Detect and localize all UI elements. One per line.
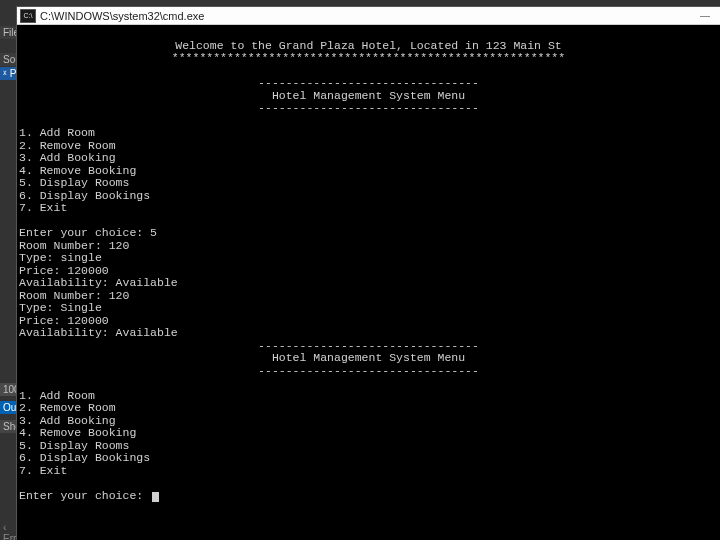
menu-divider-bottom: -------------------------------- (19, 365, 718, 378)
room-type: Type: single (19, 251, 102, 264)
menu-item: 2. Remove Room (19, 139, 116, 152)
menu-item: 1. Add Room (19, 126, 95, 139)
cmd-window: C:\ C:\WINDOWS\system32\cmd.exe — Welcom… (16, 6, 720, 540)
menu-item: 4. Remove Booking (19, 164, 136, 177)
menu-item: 4. Remove Booking (19, 426, 136, 439)
menu-item: 3. Add Booking (19, 151, 116, 164)
menu-item: 3. Add Booking (19, 414, 116, 427)
menu-item: 1. Add Room (19, 389, 95, 402)
terminal-output[interactable]: Welcome to the Grand Plaza Hotel, Locate… (17, 25, 720, 540)
cursor-icon (152, 492, 159, 502)
menu-item: 2. Remove Room (19, 401, 116, 414)
menu-divider-top: -------------------------------- (19, 77, 718, 90)
welcome-stars: ****************************************… (19, 52, 718, 65)
room-price: Price: 120000 (19, 264, 109, 277)
room-number: Room Number: 120 (19, 239, 129, 252)
menu-item: 5. Display Rooms (19, 176, 129, 189)
titlebar[interactable]: C:\ C:\WINDOWS\system32\cmd.exe — (17, 7, 720, 25)
room-price: Price: 120000 (19, 314, 109, 327)
menu-item: 6. Display Bookings (19, 451, 150, 464)
room-avail: Availability: Available (19, 326, 178, 339)
room-type: Type: Single (19, 301, 102, 314)
menu-item: 7. Exit (19, 201, 67, 214)
window-title: C:\WINDOWS\system32\cmd.exe (40, 10, 690, 22)
menu-item: 5. Display Rooms (19, 439, 129, 452)
room-avail: Availability: Available (19, 276, 178, 289)
cmd-icon: C:\ (20, 9, 36, 23)
room-number: Room Number: 120 (19, 289, 129, 302)
menu-divider-bottom: -------------------------------- (19, 102, 718, 115)
prompt-line: Enter your choice: (19, 489, 150, 502)
minimize-button[interactable]: — (690, 7, 720, 24)
menu-title: Hotel Management System Menu (19, 352, 718, 365)
prompt-line: Enter your choice: 5 (19, 226, 157, 239)
menu-item: 7. Exit (19, 464, 67, 477)
menu-item: 6. Display Bookings (19, 189, 150, 202)
